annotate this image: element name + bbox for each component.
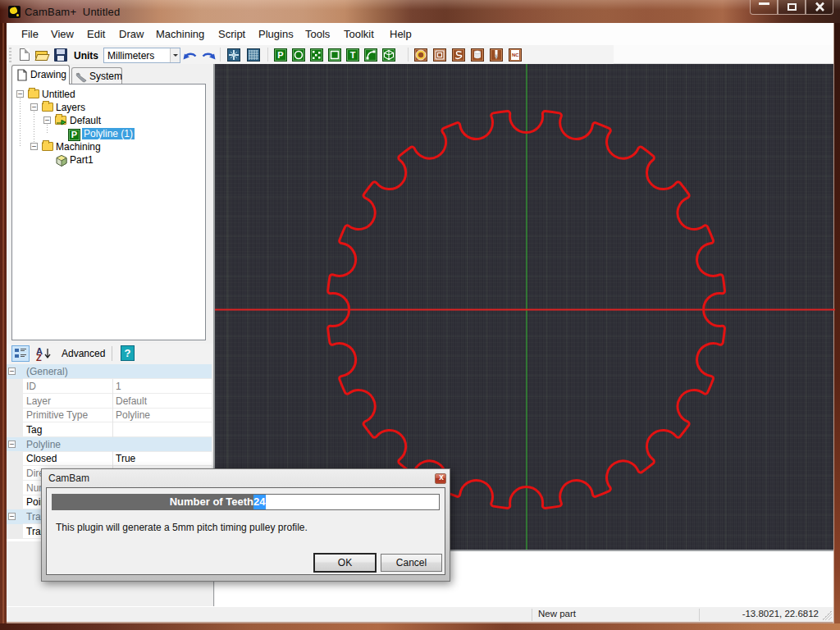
svg-text:NC: NC: [512, 52, 519, 57]
